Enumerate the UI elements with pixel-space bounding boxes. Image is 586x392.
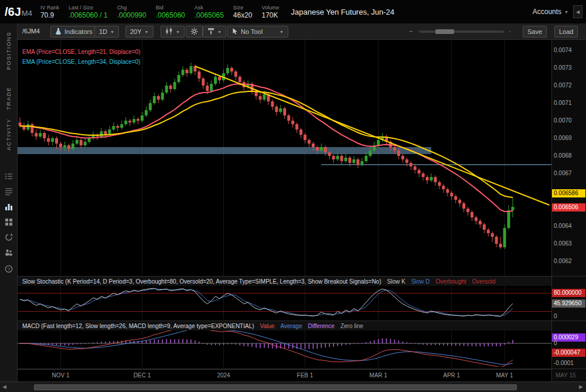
scroll-left-icon[interactable]: ◀ xyxy=(2,384,6,390)
y-axis-label: 0.0074 xyxy=(554,47,572,54)
macd-average-line xyxy=(20,330,513,364)
panel-divider xyxy=(18,321,586,321)
quote-field-value: .0065065 xyxy=(195,11,224,19)
sidebar-tab-trade[interactable]: TRADE xyxy=(5,87,12,110)
accounts-dropdown[interactable]: Accounts ▼ xyxy=(533,8,568,16)
quote-field-label: Ask xyxy=(195,5,224,11)
scrollbar-thumb[interactable] xyxy=(34,384,517,390)
quote-field-label: Size xyxy=(233,5,253,11)
overbought-badge: 80.000000 xyxy=(552,289,585,297)
y-axis-label: 0.0073 xyxy=(554,64,572,71)
y-axis-label: 0.0063 xyxy=(554,240,572,247)
help-icon[interactable]: ? xyxy=(5,265,13,273)
watchlist-icon[interactable] xyxy=(5,172,13,180)
chart-type-dropdown[interactable]: ▼ xyxy=(161,26,185,38)
chart-icon[interactable] xyxy=(5,203,13,211)
quote-field-label: IV Rank xyxy=(40,5,59,11)
quote-field-size: Size46x20 xyxy=(233,5,253,19)
symbol-block: /6J M4 xyxy=(5,5,32,19)
study-legend-item: EMA (Price=CLOSE, Length=34, Displace=0) xyxy=(22,57,141,67)
stoch-legend-item: Slow D xyxy=(411,278,430,285)
x-axis-label: MAR 1 xyxy=(366,372,391,379)
tool-value: No Tool xyxy=(241,28,263,35)
stochastic-chart[interactable] xyxy=(18,286,551,319)
quote-field-label: Chg xyxy=(117,5,146,11)
chart-toolbar: /6JM4 Indicators 1D ▼ 20Y ▼ ▼ ▼ No Tool … xyxy=(18,23,586,40)
x-axis-label: MAY 15 xyxy=(553,372,578,379)
macd-chart[interactable] xyxy=(18,330,551,367)
y-axis-label: 0.0068 xyxy=(554,152,572,159)
grid-icon[interactable] xyxy=(5,218,13,226)
zoom-out-icon[interactable]: − xyxy=(409,28,413,35)
y-axis-label: 0.0072 xyxy=(554,82,572,89)
quote-field-chg: Chg.0000990 xyxy=(117,5,146,19)
quote-field-value: .0065060 xyxy=(156,11,185,19)
x-axis-label: MAY 1 xyxy=(492,372,517,379)
zoom-slider-thumb[interactable] xyxy=(435,29,454,34)
chevron-down-icon: ▼ xyxy=(217,30,222,34)
y-axis-label: 0.0070 xyxy=(554,117,572,124)
slowk-value-badge: 45.929650 xyxy=(552,299,585,308)
scroll-right-icon[interactable]: ▶ xyxy=(579,384,583,390)
macd-legend-item: Zero line xyxy=(340,323,363,329)
ema-price-badge: 0.006586 xyxy=(552,189,585,197)
study-legend-item: EMA (Price=CLOSE, Length=21, Displace=0) xyxy=(22,47,141,57)
load-button[interactable]: Load xyxy=(554,26,578,38)
macd-title: MACD (Fast length=12, Slow length=26, MA… xyxy=(22,323,254,329)
collapse-panel-button[interactable]: ◀ xyxy=(573,5,582,18)
drawing-tool-dropdown[interactable]: No Tool ▼ xyxy=(227,26,288,38)
time-axis: NOV 1DEC 12024FEB 1MAR 1APR 1MAY 1MAY 15 xyxy=(18,369,551,381)
x-axis-label: FEB 1 xyxy=(292,372,318,379)
chart-scrollbar[interactable]: ◀ ▶ xyxy=(0,381,586,392)
quote-field-ask: Ask.0065065 xyxy=(195,5,224,19)
zoom-slider[interactable] xyxy=(419,30,504,33)
y-axis-label: 0.0069 xyxy=(554,135,572,142)
quote-fields: IV Rank70.9Last / Size.0065060 / 1Chg.00… xyxy=(40,5,289,19)
macd-legend: ValueAverageDifferenceZero line xyxy=(260,323,363,329)
zoom-in-icon[interactable]: · xyxy=(509,28,511,35)
macd-header: MACD (Fast length=12, Slow length=26, MA… xyxy=(18,321,551,330)
slow-d-line xyxy=(20,289,513,316)
quote-field-value: .0000990 xyxy=(117,11,146,19)
x-axis-label: NOV 1 xyxy=(48,372,74,379)
stochastic-header: Slow Stochastic (K Period=14, D Period=3… xyxy=(18,277,551,286)
range-value: 20Y xyxy=(130,28,142,35)
range-dropdown[interactable]: 20Y ▼ xyxy=(125,26,154,38)
save-button[interactable]: Save xyxy=(523,26,547,38)
sidebar-tab-positions[interactable]: POSITIONS xyxy=(5,32,12,70)
timeframe-dropdown[interactable]: 1D ▼ xyxy=(94,26,119,38)
macd-axis-label: -0.0001 xyxy=(554,360,574,367)
last-price-badge: 0.006506 xyxy=(552,203,585,212)
chevron-down-icon: ▼ xyxy=(176,30,180,34)
macd-legend-item: Value xyxy=(260,323,275,329)
refresh-icon[interactable] xyxy=(5,233,13,241)
stoch-legend-item: Slow K xyxy=(387,278,406,285)
toolbar-symbol-label: /6JM4 xyxy=(22,28,40,35)
svg-text:?: ? xyxy=(8,267,11,272)
chevron-left-icon: ◀ xyxy=(576,9,580,15)
instrument-description: Japanese Yen Futures, Jun-24 xyxy=(291,8,394,16)
macd-legend-item: Difference xyxy=(308,323,335,329)
macd-legend-item: Average xyxy=(280,323,302,329)
candlestick-chart-icon xyxy=(165,28,173,36)
price-chart[interactable] xyxy=(18,40,551,277)
style-icon xyxy=(207,28,214,36)
quote-field-volume: Volume170K xyxy=(262,5,280,19)
stoch-legend-item: Overbought xyxy=(435,278,466,285)
users-icon[interactable] xyxy=(5,248,13,257)
quote-field-label: Volume xyxy=(262,5,280,11)
timeframe-value: 1D xyxy=(99,28,107,35)
chevron-down-icon: ▼ xyxy=(110,30,114,34)
trendline-drawing[interactable] xyxy=(195,66,550,205)
trading-platform-window: /6J M4 IV Rank70.9Last / Size.0065060 / … xyxy=(0,0,586,392)
chart-study-legends: EMA (Price=CLOSE, Length=21, Displace=0)… xyxy=(22,47,141,67)
quote-header: /6J M4 IV Rank70.9Last / Size.0065060 / … xyxy=(0,0,586,23)
chart-settings-button[interactable] xyxy=(186,26,203,38)
chart-style-dropdown[interactable]: ▼ xyxy=(203,26,226,38)
orders-list-icon[interactable] xyxy=(5,188,13,196)
stochastic-title: Slow Stochastic (K Period=14, D Period=3… xyxy=(22,278,381,285)
ema-34-line xyxy=(20,91,513,197)
sidebar-tab-activity[interactable]: ACTIVITY xyxy=(5,118,12,151)
indicators-button[interactable]: Indicators xyxy=(50,26,97,38)
quote-field-last-size: Last / Size.0065060 / 1 xyxy=(69,5,108,19)
